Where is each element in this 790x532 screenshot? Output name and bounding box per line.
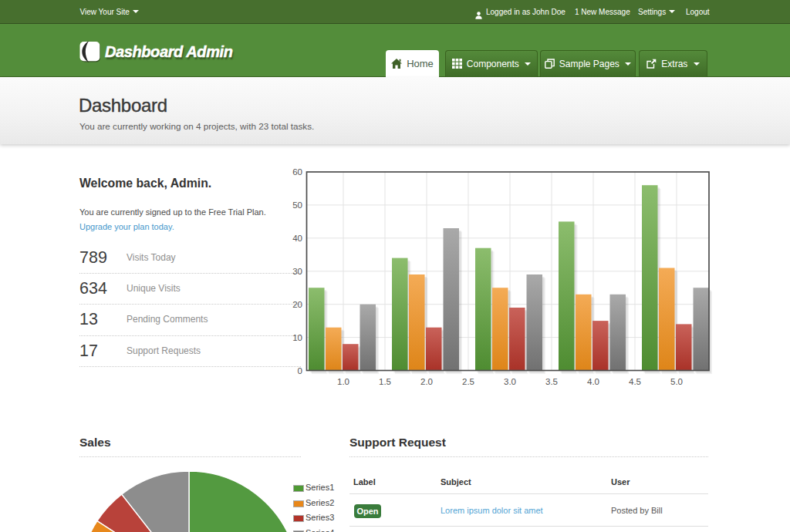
svg-text:30: 30 [292, 267, 302, 276]
svg-text:20: 20 [292, 300, 302, 309]
svg-text:2.5: 2.5 [462, 377, 474, 386]
svg-text:0: 0 [298, 366, 302, 375]
svg-text:5.0: 5.0 [670, 377, 683, 386]
svg-text:3.5: 3.5 [545, 377, 558, 386]
svg-text:1.0: 1.0 [337, 377, 349, 386]
svg-text:1.5: 1.5 [379, 377, 391, 386]
svg-text:40: 40 [292, 234, 302, 243]
svg-text:4.5: 4.5 [629, 377, 641, 386]
svg-text:60: 60 [292, 167, 302, 177]
svg-text:3.0: 3.0 [504, 377, 516, 386]
svg-text:50: 50 [292, 200, 302, 210]
svg-text:4.0: 4.0 [587, 377, 599, 386]
svg-text:10: 10 [292, 333, 302, 342]
svg-text:2.0: 2.0 [420, 377, 433, 386]
